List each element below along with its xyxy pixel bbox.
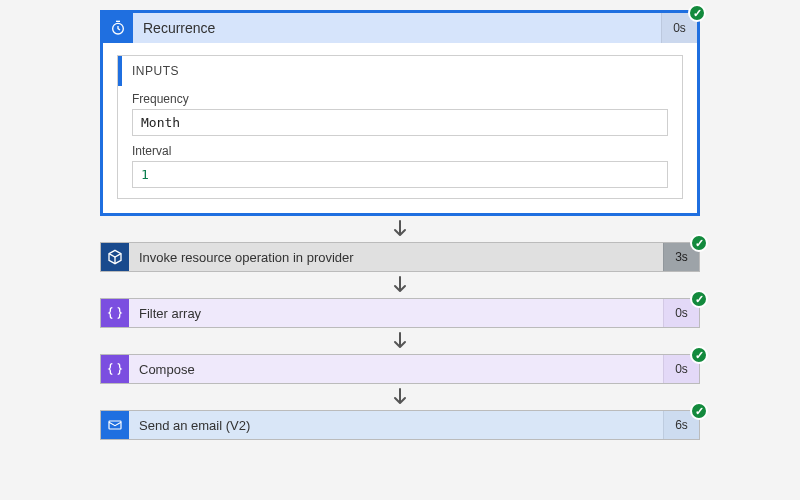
step-title: Filter array [129, 306, 663, 321]
success-badge-icon: ✓ [688, 4, 706, 22]
arrow-down-icon [393, 276, 407, 294]
workflow-canvas: Recurrence 0s INPUTS Frequency Month Int… [100, 10, 700, 440]
field-interval: Interval 1 [118, 138, 682, 198]
field-value: 1 [132, 161, 668, 188]
field-value: Month [132, 109, 668, 136]
cube-icon [101, 243, 129, 271]
step-compose[interactable]: Compose 0s ✓ [100, 354, 700, 384]
arrow-down-icon [393, 220, 407, 238]
step-invoke-resource-operation[interactable]: Invoke resource operation in provider 3s… [100, 242, 700, 272]
step-title: Send an email (V2) [129, 418, 663, 433]
field-label: Frequency [132, 92, 668, 106]
inputs-heading: INPUTS [118, 56, 682, 86]
step-filter-array[interactable]: Filter array 0s ✓ [100, 298, 700, 328]
step-send-email[interactable]: Send an email (V2) 6s ✓ [100, 410, 700, 440]
success-badge-icon: ✓ [690, 234, 708, 252]
success-badge-icon: ✓ [690, 346, 708, 364]
braces-icon [101, 355, 129, 383]
success-badge-icon: ✓ [690, 402, 708, 420]
step-recurrence[interactable]: Recurrence 0s INPUTS Frequency Month Int… [100, 10, 700, 216]
outlook-mail-icon [101, 411, 129, 439]
field-label: Interval [132, 144, 668, 158]
success-badge-icon: ✓ [690, 290, 708, 308]
field-frequency: Frequency Month [118, 86, 682, 138]
step-header[interactable]: Recurrence 0s [103, 13, 697, 43]
inputs-panel: INPUTS Frequency Month Interval 1 [117, 55, 683, 199]
braces-icon [101, 299, 129, 327]
arrow-down-icon [393, 332, 407, 350]
arrow-down-icon [393, 388, 407, 406]
step-title: Compose [129, 362, 663, 377]
clock-icon [103, 13, 133, 43]
step-title: Invoke resource operation in provider [129, 250, 663, 265]
step-title: Recurrence [133, 20, 661, 36]
